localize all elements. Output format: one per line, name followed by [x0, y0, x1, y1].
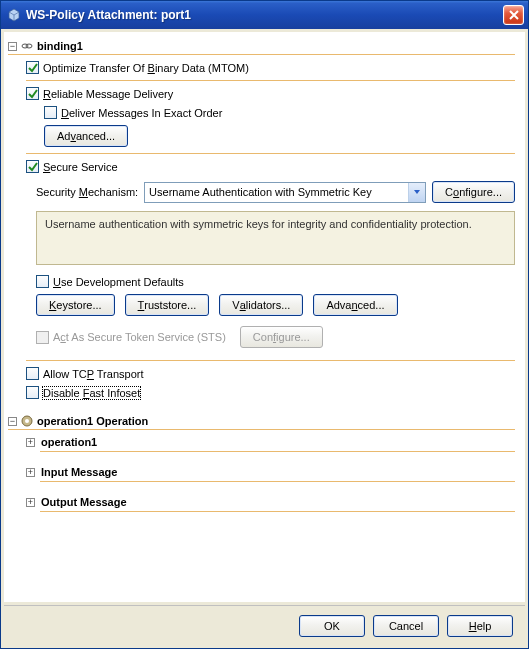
exact-order-row: Deliver Messages In Exact OrderDeliver M…	[44, 106, 515, 119]
dialog-window: WS-Policy Attachment: port1 binding1	[0, 0, 529, 649]
mechanism-configure-button[interactable]: Configure...Configure...	[432, 181, 515, 203]
sts-row: Act As Secure Token Service (STS)Act As …	[36, 326, 515, 348]
fastinfoset-row: Disable Fast InfosetDisable Fast Infoset	[26, 386, 515, 399]
truststore-button[interactable]: Truststore...Truststore...	[125, 294, 210, 316]
svg-point-7	[25, 419, 29, 423]
row-divider	[26, 153, 515, 154]
secure-label[interactable]: Secure ServiceSecure Service	[43, 161, 118, 173]
help-button[interactable]: HelpHelp	[447, 615, 513, 637]
tcp-label[interactable]: Allow TCP TransportAllow TCP Transport	[43, 368, 143, 380]
mechanism-select[interactable]: Username Authentication with Symmetric K…	[144, 182, 426, 203]
sts-checkbox	[36, 331, 49, 344]
svg-point-5	[26, 44, 32, 48]
rm-advanced-button[interactable]: Advanced...Advanced...	[44, 125, 128, 147]
dev-defaults-checkbox[interactable]	[36, 275, 49, 288]
mechanism-description: Username authentication with symmetric k…	[36, 211, 515, 265]
mechanism-value: Username Authentication with Symmetric K…	[145, 186, 408, 198]
section-divider	[8, 429, 515, 430]
mtom-checkbox[interactable]	[26, 61, 39, 74]
dev-defaults-label[interactable]: Use Development DefaultsUse Development …	[53, 276, 184, 288]
fastinfoset-label[interactable]: Disable Fast InfosetDisable Fast Infoset	[43, 387, 140, 399]
sts-configure-button: Configure...Configure...	[240, 326, 323, 348]
rm-checkbox[interactable]	[26, 87, 39, 100]
rm-label[interactable]: Reliable Message DeliveryReliable Messag…	[43, 88, 173, 100]
cancel-button[interactable]: Cancel	[373, 615, 439, 637]
button-bar: OK Cancel HelpHelp	[4, 605, 525, 645]
collapse-toggle[interactable]	[8, 417, 17, 426]
sub-operation-label[interactable]: operation1	[41, 436, 97, 448]
row-divider	[26, 360, 515, 361]
row-divider	[40, 451, 515, 452]
operation-section: operation1 Operation operation1	[8, 415, 515, 512]
row-divider	[40, 511, 515, 512]
output-message-label[interactable]: Output Message	[41, 496, 127, 508]
secure-row: Secure ServiceSecure Service	[26, 160, 515, 173]
exact-order-label[interactable]: Deliver Messages In Exact OrderDeliver M…	[61, 107, 222, 119]
keystore-button[interactable]: Keystore...Keystore...	[36, 294, 115, 316]
binding-section: binding1 Optimize Transfer Of Binary Dat…	[8, 40, 515, 399]
dev-defaults-row: Use Development DefaultsUse Development …	[36, 275, 515, 288]
client-area: binding1 Optimize Transfer Of Binary Dat…	[4, 32, 525, 602]
title-bar: WS-Policy Attachment: port1	[1, 1, 528, 29]
section-divider	[8, 54, 515, 55]
mtom-label[interactable]: Optimize Transfer Of Binary Data (MTOM)O…	[43, 62, 249, 74]
window-title: WS-Policy Attachment: port1	[26, 8, 503, 22]
fastinfoset-checkbox[interactable]	[26, 386, 39, 399]
secure-checkbox[interactable]	[26, 160, 39, 173]
operation-title: operation1 Operation	[37, 415, 148, 427]
expand-toggle[interactable]	[26, 468, 35, 477]
operation-icon	[21, 415, 33, 427]
mechanism-label: Security Mechanism:Security Mechanism:	[36, 186, 138, 198]
close-button[interactable]	[503, 5, 524, 25]
validators-button[interactable]: Validators...Validators...	[219, 294, 303, 316]
secure-advanced-button[interactable]: Advanced...Advanced...	[313, 294, 397, 316]
tcp-row: Allow TCP TransportAllow TCP Transport	[26, 367, 515, 380]
expand-toggle[interactable]	[26, 498, 35, 507]
binding-title: binding1	[37, 40, 83, 52]
binding-icon	[21, 40, 33, 52]
sts-label: Act As Secure Token Service (STS)Act As …	[53, 331, 226, 343]
tcp-checkbox[interactable]	[26, 367, 39, 380]
row-divider	[26, 80, 515, 81]
rm-row: Reliable Message DeliveryReliable Messag…	[26, 87, 515, 100]
collapse-toggle[interactable]	[8, 42, 17, 51]
input-message-label[interactable]: Input Message	[41, 466, 117, 478]
ok-button[interactable]: OK	[299, 615, 365, 637]
app-icon	[7, 8, 21, 22]
exact-order-checkbox[interactable]	[44, 106, 57, 119]
mtom-row: Optimize Transfer Of Binary Data (MTOM)O…	[26, 61, 515, 74]
expand-toggle[interactable]	[26, 438, 35, 447]
row-divider	[40, 481, 515, 482]
chevron-down-icon	[408, 183, 425, 202]
